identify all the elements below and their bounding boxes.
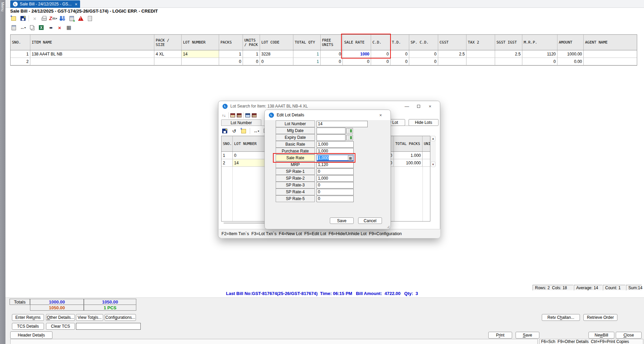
col-free-units[interactable]: FREE UNITS bbox=[321, 35, 343, 50]
calculator-icon[interactable]: ▦ bbox=[348, 155, 353, 161]
mfg-date-input[interactable] bbox=[317, 128, 346, 134]
grid-cell[interactable]: 100.000 bbox=[394, 159, 423, 166]
maximize-icon[interactable] bbox=[413, 102, 424, 110]
grid-cell[interactable]: 0 bbox=[390, 58, 409, 65]
grid-cell[interactable]: 1 bbox=[293, 58, 321, 65]
print-button[interactable]: Print bbox=[488, 332, 512, 339]
retrieve-order-button[interactable]: Retrieve Order bbox=[583, 314, 617, 321]
retv-challan-button[interactable]: Retv Challan... bbox=[542, 314, 580, 321]
grid-cell[interactable]: 1.000 bbox=[394, 152, 423, 159]
configurations-button[interactable]: Configurations... bbox=[105, 314, 136, 321]
grid-cell[interactable] bbox=[30, 58, 154, 65]
grid-cell[interactable]: 138 AA4T BL NB bbox=[30, 50, 154, 58]
hide-lots-button[interactable]: Hide Lots bbox=[409, 119, 439, 126]
grid-cell[interactable]: 1 bbox=[219, 50, 243, 58]
grid-cell[interactable]: 0 bbox=[321, 58, 343, 65]
horizontal-scrollbar[interactable] bbox=[224, 223, 268, 224]
col-tax2[interactable]: TAX 2 bbox=[466, 35, 495, 50]
calendar-icon[interactable] bbox=[346, 135, 353, 141]
col-lot-number[interactable]: LOT NUMBER bbox=[182, 35, 219, 50]
grid-cell[interactable] bbox=[423, 159, 430, 166]
tab-close-icon[interactable]: × bbox=[75, 2, 77, 7]
grid-cell[interactable]: 3228 bbox=[260, 50, 293, 58]
grid-cell[interactable]: 0 bbox=[409, 50, 438, 58]
col-amount[interactable]: AMOUNT bbox=[557, 35, 584, 50]
close-icon[interactable]: × bbox=[424, 102, 436, 110]
grid-cell[interactable] bbox=[423, 152, 430, 159]
tcs-input[interactable] bbox=[76, 323, 141, 330]
col-sale-rate[interactable]: SALE RATE bbox=[343, 35, 371, 50]
grid-cell[interactable]: 1000.00 bbox=[557, 50, 584, 58]
grid-cell[interactable] bbox=[466, 50, 495, 58]
grid-cell[interactable] bbox=[438, 58, 466, 65]
find-icon[interactable]: ●● bbox=[47, 24, 54, 31]
col-lot-code[interactable]: LOT CODE bbox=[260, 35, 293, 50]
sp-rate-5-input[interactable]: 0 bbox=[317, 196, 354, 202]
undo-icon[interactable]: ↺ bbox=[231, 128, 237, 134]
tab-lot-number[interactable]: Lot Number bbox=[221, 119, 261, 126]
grid-cell[interactable]: 0 bbox=[260, 58, 293, 65]
scroll-down-icon[interactable]: ▼ bbox=[431, 162, 435, 167]
grid-cell[interactable]: 0 bbox=[243, 58, 260, 65]
save-button[interactable]: Save bbox=[516, 332, 539, 339]
clear-tcs-button[interactable]: Clear TCS bbox=[46, 323, 75, 330]
sp-rate-1-input[interactable]: 0 bbox=[317, 168, 354, 175]
grid-cell[interactable]: 1120 bbox=[522, 50, 557, 58]
purchase-rate-input[interactable]: 1,000 bbox=[317, 148, 354, 154]
column-width-icon[interactable]: ↔▾ bbox=[19, 24, 26, 31]
grid-cell[interactable]: 2.5 bbox=[495, 50, 522, 58]
grid-cell[interactable] bbox=[182, 58, 219, 65]
minimize-icon[interactable]: — bbox=[401, 102, 413, 110]
col-agent-name[interactable]: AGENT NAME bbox=[584, 35, 637, 50]
grid-cell[interactable]: 2 bbox=[11, 58, 30, 65]
col-sp-cd[interactable]: SP. C.D. bbox=[409, 35, 438, 50]
sale-bill-tab[interactable]: L Sale Bill - 24/12/2025 - GS... × bbox=[10, 0, 80, 8]
grid-cell[interactable]: 2 bbox=[221, 159, 233, 166]
view-totals-button[interactable]: View Totals... bbox=[76, 314, 103, 321]
parties-icon[interactable] bbox=[59, 15, 66, 22]
enter-returns-button[interactable]: Enter Returns bbox=[12, 314, 44, 321]
scroll-up-icon[interactable]: ▲ bbox=[431, 136, 435, 141]
close-icon[interactable]: × bbox=[375, 111, 386, 119]
header-details-button[interactable]: Header Details bbox=[10, 331, 52, 339]
col-sno[interactable]: SNO. bbox=[11, 35, 30, 50]
grid-view-icon[interactable]: ▦ bbox=[65, 24, 72, 31]
new-row-icon[interactable] bbox=[240, 128, 247, 134]
new-bill-icon[interactable] bbox=[10, 15, 17, 22]
col-total-qty[interactable]: TOTAL QTY bbox=[293, 35, 321, 50]
clear-filter-icon[interactable]: × bbox=[56, 24, 63, 31]
grid-cell[interactable]: 0 bbox=[409, 58, 438, 65]
basic-rate-input[interactable]: 1,000 bbox=[317, 141, 354, 148]
save-button[interactable]: Save bbox=[330, 217, 354, 224]
col-units-pack[interactable]: UNITS / PACK bbox=[243, 35, 260, 50]
grid-cell-sale-rate[interactable]: 1000 bbox=[343, 50, 371, 58]
edit-dialog-titlebar[interactable]: L Edit Lot Details × bbox=[265, 110, 390, 120]
grid-cell[interactable]: 1 bbox=[221, 152, 233, 159]
voucher-config-icon[interactable] bbox=[87, 15, 93, 22]
lot-view-icon[interactable] bbox=[245, 113, 250, 117]
calculator-add-icon[interactable] bbox=[68, 15, 75, 22]
grid-cell[interactable]: 1 bbox=[11, 50, 30, 58]
grid-cell[interactable] bbox=[154, 58, 182, 65]
grid-cell[interactable]: 0 bbox=[371, 58, 390, 65]
column-width-icon[interactable]: ↔▾ bbox=[253, 128, 260, 134]
grid-cell[interactable]: 0 bbox=[390, 50, 409, 58]
col-cd[interactable]: C.D. bbox=[371, 35, 390, 50]
col-pack-size[interactable]: PACK / SIZE bbox=[154, 35, 182, 50]
export-excel-icon[interactable]: X bbox=[38, 24, 45, 31]
grid-cell[interactable]: 0 bbox=[219, 58, 243, 65]
item-lots-grid-icon[interactable] bbox=[237, 113, 242, 117]
col-uni[interactable]: UNI bbox=[423, 136, 430, 151]
mrp-input[interactable]: 1,120 bbox=[317, 162, 354, 168]
col-packs[interactable]: PACKS bbox=[219, 35, 243, 50]
cancel-button[interactable]: Cancel bbox=[358, 217, 382, 224]
col-item-name[interactable]: ITEM NAME bbox=[30, 35, 154, 50]
zoom-menu[interactable]: Zm▾ bbox=[50, 15, 57, 22]
grid-cell[interactable]: 4 XL bbox=[154, 50, 182, 58]
save-icon[interactable] bbox=[221, 128, 228, 134]
sp-rate-3-input[interactable]: 0 bbox=[317, 182, 354, 189]
table-row[interactable]: 1 138 AA4T BL NB 4 XL 14 1 1 3228 1 0 10… bbox=[11, 50, 637, 58]
grid-cell[interactable] bbox=[495, 58, 522, 65]
vertical-scrollbar[interactable]: ▲ ▼ bbox=[430, 136, 436, 167]
col-sno[interactable]: SNO. bbox=[221, 136, 233, 151]
